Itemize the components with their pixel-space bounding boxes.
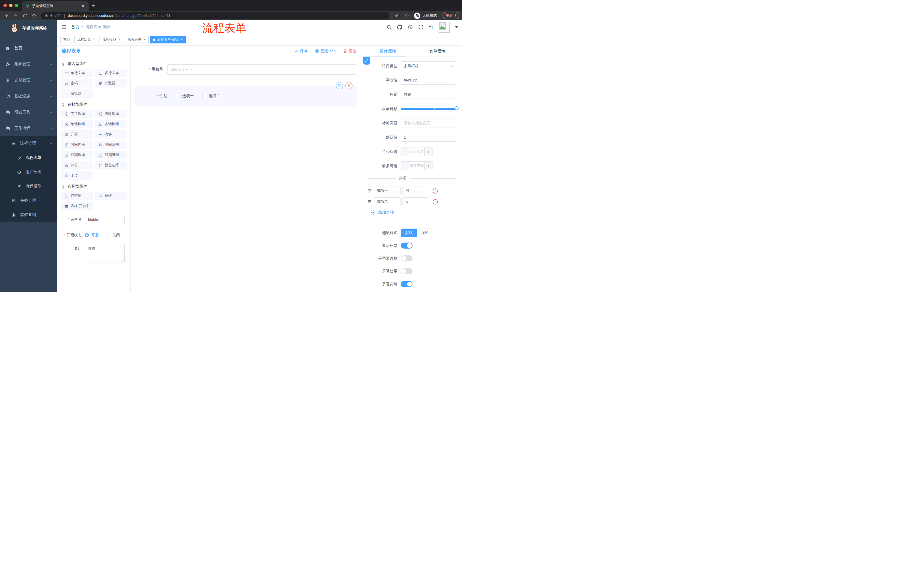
sidebar-item-devtool[interactable]: 研发工具 xyxy=(0,104,57,120)
help-icon[interactable] xyxy=(408,25,413,30)
option-2-value-input[interactable] xyxy=(402,197,429,206)
add-option-button[interactable]: 添加选项 xyxy=(371,210,462,215)
component-radio-group[interactable]: 单选框组 xyxy=(61,120,93,128)
component-counter[interactable]: 计数器 xyxy=(95,79,127,87)
close-icon[interactable]: ✕ xyxy=(180,38,183,41)
sidebar-item-process-form[interactable]: 流程表单 xyxy=(0,151,57,165)
forward-icon[interactable] xyxy=(12,12,20,20)
required-toggle[interactable] xyxy=(401,281,412,287)
max-select-value[interactable]: 最多可选 xyxy=(409,162,424,170)
component-upload[interactable]: 上传 xyxy=(61,171,93,180)
component-switch[interactable]: 开关 xyxy=(61,130,93,138)
component-rate[interactable]: 评分 xyxy=(61,161,93,169)
address-bar[interactable]: 不安全 dashboard.yudao.iocoder.cn/bpm/manag… xyxy=(41,12,389,20)
component-multi-text[interactable]: 多行文本 xyxy=(95,69,127,77)
gender-option-2-checkbox[interactable]: 选项二 xyxy=(202,94,220,99)
component-time-picker[interactable]: 时间选择 xyxy=(61,141,93,149)
component-button[interactable]: 按钮 xyxy=(95,192,127,200)
tag-process-form-edit[interactable]: 流程表单-编辑✕ xyxy=(150,36,186,43)
tag-home[interactable]: 首页 xyxy=(60,36,73,43)
close-window-button[interactable] xyxy=(3,4,7,7)
fullscreen-icon[interactable] xyxy=(418,25,423,30)
label-width-input[interactable] xyxy=(401,118,456,127)
sidebar-item-system[interactable]: 系统管理 xyxy=(0,56,57,72)
tag-process-definition[interactable]: 流程定义✕ xyxy=(74,36,98,43)
sidebar-item-process-mgmt[interactable]: 流程管理 xyxy=(0,136,57,151)
avatar[interactable] xyxy=(439,22,450,33)
drag-handle-icon[interactable] xyxy=(367,189,372,193)
component-checkbox-group[interactable]: 多选框组 xyxy=(95,120,127,128)
max-select-stepper[interactable]: − 最多可选 + xyxy=(401,161,433,170)
remove-option-icon[interactable] xyxy=(432,188,438,194)
sidebar-item-workflow[interactable]: 工作流程 xyxy=(0,120,57,136)
github-icon[interactable] xyxy=(397,25,402,30)
component-select[interactable]: 下拉选择 xyxy=(61,110,93,118)
field-name-input[interactable] xyxy=(401,76,456,85)
password-key-icon[interactable] xyxy=(393,12,400,20)
style-default-button[interactable]: 默认 xyxy=(401,229,417,237)
collapse-sidebar-icon[interactable] xyxy=(61,24,67,30)
grid-slider[interactable] xyxy=(401,104,456,113)
browser-menu-icon[interactable] xyxy=(455,14,456,17)
form-name-input[interactable] xyxy=(85,215,125,224)
minimize-window-button[interactable] xyxy=(9,4,13,7)
avatar-caret-icon[interactable] xyxy=(455,26,458,30)
duplicate-field-button[interactable] xyxy=(336,82,343,89)
browser-tab[interactable]: 芋道管理系统 ✕ xyxy=(22,1,89,11)
zoom-window-button[interactable] xyxy=(15,4,18,7)
phone-input[interactable] xyxy=(167,64,357,74)
clear-button[interactable]: 清空 xyxy=(343,49,356,54)
delete-field-button[interactable] xyxy=(345,82,353,89)
slider-handle[interactable] xyxy=(455,106,459,110)
tab-form-props[interactable]: 表单属性 xyxy=(412,45,462,57)
home-icon[interactable] xyxy=(30,12,38,20)
plus-button[interactable]: + xyxy=(424,162,432,170)
component-table[interactable]: 表格[开发中] xyxy=(61,202,93,210)
tab-component-props[interactable]: 组件属性 xyxy=(363,45,412,57)
sidebar-item-process-model[interactable]: 流程模型 xyxy=(0,179,57,193)
option-1-label-input[interactable] xyxy=(374,187,401,195)
tab-close-icon[interactable]: ✕ xyxy=(80,3,86,8)
component-password[interactable]: 密码 xyxy=(61,79,93,87)
minus-button[interactable]: − xyxy=(401,162,409,170)
security-label[interactable]: 不安全 xyxy=(50,13,61,18)
minus-button[interactable]: − xyxy=(401,147,409,156)
component-row-container[interactable]: 行容器 xyxy=(61,192,93,200)
drag-handle-icon[interactable] xyxy=(367,199,372,204)
gender-option-1-checkbox[interactable]: 选项一 xyxy=(176,94,194,99)
disabled-toggle[interactable] xyxy=(401,268,412,274)
window-controls[interactable] xyxy=(3,4,18,7)
sidebar-item-pay[interactable]: 支付管理 xyxy=(0,72,57,88)
close-icon[interactable]: ✕ xyxy=(118,38,120,41)
component-slider[interactable]: 滑块 xyxy=(95,130,127,138)
show-label-toggle[interactable] xyxy=(401,243,412,248)
component-editor[interactable]: 编辑器 xyxy=(61,89,93,98)
sidebar-item-leave-query[interactable]: 请假查询 xyxy=(0,208,57,222)
component-single-text[interactable]: 单行文本 xyxy=(61,69,93,77)
close-icon[interactable]: ✕ xyxy=(92,38,95,41)
component-cascader[interactable]: 级联选择 xyxy=(95,110,127,118)
status-on-radio[interactable]: 开启 xyxy=(85,233,99,238)
checkbox[interactable] xyxy=(202,94,206,98)
breadcrumb-home[interactable]: 首页 xyxy=(71,25,79,30)
back-icon[interactable] xyxy=(3,12,10,20)
new-tab-button[interactable]: + xyxy=(91,3,95,11)
remark-textarea[interactable]: 嘿嘿 xyxy=(85,244,125,263)
option-1-value-input[interactable] xyxy=(402,187,429,195)
component-time-range[interactable]: 时间范围 xyxy=(95,141,127,149)
option-2-label-input[interactable] xyxy=(374,197,401,206)
remove-option-icon[interactable] xyxy=(432,199,438,205)
chrome-update-button[interactable]: 更新 xyxy=(442,12,459,19)
sidebar-item-infra[interactable]: 基础设施 xyxy=(0,88,57,104)
search-icon[interactable] xyxy=(386,25,392,30)
component-type-select[interactable]: 多选框组 xyxy=(401,61,456,70)
bordered-toggle[interactable] xyxy=(401,255,412,262)
reload-icon[interactable] xyxy=(21,12,29,20)
min-select-value[interactable]: 至少应选 xyxy=(409,147,424,156)
canvas-field-phone[interactable]: 手机号 xyxy=(135,64,357,74)
canvas-field-gender-selected[interactable]: 性别 选项一 选项二 xyxy=(135,86,357,107)
font-size-icon[interactable]: TT xyxy=(429,25,433,30)
bookmark-star-icon[interactable] xyxy=(403,12,411,20)
sidebar-item-user-group[interactable]: 用户分组 xyxy=(0,165,57,179)
status-off-radio[interactable]: 关闭 xyxy=(106,233,120,238)
